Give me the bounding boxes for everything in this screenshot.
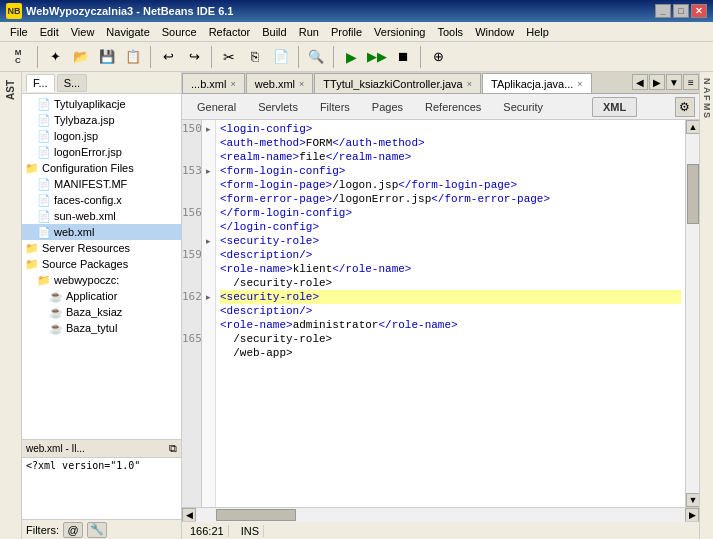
horizontal-scrollbar[interactable]: ◀ ▶ bbox=[182, 507, 699, 521]
fold-marker-3[interactable]: ▸ bbox=[202, 164, 214, 178]
code-line-9: <description/> bbox=[220, 248, 681, 262]
file-tree-bottom: web.xml - Il... ⧉ <?xml version="1.0" bbox=[22, 439, 181, 519]
run-button[interactable]: ▶ bbox=[339, 45, 363, 69]
stop-button[interactable]: ⏹ bbox=[391, 45, 415, 69]
h-scroll-thumb[interactable] bbox=[216, 509, 296, 521]
tree-item-logon[interactable]: 📄logon.jsp bbox=[22, 128, 181, 144]
tab-close-2[interactable]: × bbox=[467, 79, 472, 89]
tab-close-0[interactable]: × bbox=[230, 79, 235, 89]
rms-label-f: F bbox=[702, 95, 712, 101]
save-button[interactable]: 💾 bbox=[95, 45, 119, 69]
new-button[interactable]: ✦ bbox=[43, 45, 67, 69]
tree-item-srcpkg[interactable]: 📁Source Packages bbox=[22, 256, 181, 272]
code-line-14: <role-name>administrator</role-name> bbox=[220, 318, 681, 332]
editor-tab-2[interactable]: TTytul_ksiazkiController.java× bbox=[314, 73, 481, 93]
toolbar-sep-2 bbox=[150, 46, 151, 68]
code-editor[interactable]: 150153156159162165 ▸▸▸▸ <login-config> <… bbox=[182, 120, 699, 507]
tree-item-webwyp[interactable]: 📁webwypoczc: bbox=[22, 272, 181, 288]
sub-tab-xml[interactable]: XML bbox=[592, 97, 637, 117]
tree-item-baza_ksiaz[interactable]: ☕Baza_ksiaz bbox=[22, 304, 181, 320]
maximize-button[interactable]: □ bbox=[673, 4, 689, 18]
tree-item-serverres[interactable]: 📁Server Resources bbox=[22, 240, 181, 256]
tab-close-1[interactable]: × bbox=[299, 79, 304, 89]
sub-tab-general[interactable]: General bbox=[186, 97, 247, 117]
tree-item-sunweb[interactable]: 📄sun-web.xml bbox=[22, 208, 181, 224]
menu-item-profile[interactable]: Profile bbox=[325, 24, 368, 40]
line-number-150: 150 bbox=[182, 122, 199, 136]
sub-tab-filters[interactable]: Filters bbox=[309, 97, 361, 117]
tree-item-logonerror[interactable]: 📄logonError.jsp bbox=[22, 144, 181, 160]
paste-button[interactable]: 📄 bbox=[269, 45, 293, 69]
editor-tab-1[interactable]: web.xml× bbox=[246, 73, 314, 93]
sub-tab-references[interactable]: References bbox=[414, 97, 492, 117]
line-number-163 bbox=[182, 304, 199, 318]
scroll-thumb[interactable] bbox=[687, 164, 699, 224]
tab-nav-down[interactable]: ▼ bbox=[666, 74, 682, 90]
tree-item-application[interactable]: ☕Applicatior bbox=[22, 288, 181, 304]
tree-label-faces: faces-config.x bbox=[54, 194, 122, 206]
menu-item-source[interactable]: Source bbox=[156, 24, 203, 40]
menu-item-navigate[interactable]: Navigate bbox=[100, 24, 155, 40]
close-button[interactable]: ✕ bbox=[691, 4, 707, 18]
menu-item-tools[interactable]: Tools bbox=[431, 24, 469, 40]
fold-marker-10 bbox=[202, 262, 214, 276]
tree-item-manifest[interactable]: 📄MANIFEST.MF bbox=[22, 176, 181, 192]
cut-button[interactable]: ✂ bbox=[217, 45, 241, 69]
sub-tab-servlets[interactable]: Servlets bbox=[247, 97, 309, 117]
sub-tab-settings-icon[interactable]: ⚙ bbox=[675, 97, 695, 117]
sub-tab-security[interactable]: Security bbox=[492, 97, 554, 117]
menu-item-file[interactable]: File bbox=[4, 24, 34, 40]
scroll-track[interactable] bbox=[686, 134, 699, 493]
open-button[interactable]: 📂 bbox=[69, 45, 93, 69]
panel-tab-files[interactable]: F... bbox=[26, 74, 55, 92]
scroll-up-button[interactable]: ▲ bbox=[686, 120, 699, 134]
save-all-button[interactable]: 📋 bbox=[121, 45, 145, 69]
tree-item-configfiles[interactable]: 📁Configuration Files bbox=[22, 160, 181, 176]
fold-marker-8[interactable]: ▸ bbox=[202, 234, 214, 248]
debug-button[interactable]: ▶▶ bbox=[365, 45, 389, 69]
tree-item-tytulyaplikacje[interactable]: 📄Tytulyaplikacje bbox=[22, 96, 181, 112]
h-scroll-right-button[interactable]: ▶ bbox=[685, 508, 699, 522]
extra-button[interactable]: ⊕ bbox=[426, 45, 450, 69]
mc-button[interactable]: M C bbox=[4, 45, 32, 69]
tree-item-tylybaza[interactable]: 📄Tylybaza.jsp bbox=[22, 112, 181, 128]
tab-nav-left[interactable]: ◀ bbox=[632, 74, 648, 90]
redo-button[interactable]: ↪ bbox=[182, 45, 206, 69]
scroll-down-button[interactable]: ▼ bbox=[686, 493, 699, 507]
menu-item-versioning[interactable]: Versioning bbox=[368, 24, 431, 40]
tab-nav-right[interactable]: ▶ bbox=[649, 74, 665, 90]
filter-tool-button[interactable]: 🔧 bbox=[87, 522, 107, 538]
fold-marker-0[interactable]: ▸ bbox=[202, 122, 214, 136]
menu-item-help[interactable]: Help bbox=[520, 24, 555, 40]
sub-tab-pages[interactable]: Pages bbox=[361, 97, 414, 117]
menu-item-refactor[interactable]: Refactor bbox=[203, 24, 257, 40]
menu-item-view[interactable]: View bbox=[65, 24, 101, 40]
panel-tab-services[interactable]: S... bbox=[57, 74, 88, 92]
find-button[interactable]: 🔍 bbox=[304, 45, 328, 69]
tab-nav-menu[interactable]: ≡ bbox=[683, 74, 699, 90]
menu-item-build[interactable]: Build bbox=[256, 24, 292, 40]
tree-item-webxml[interactable]: 📄web.xml bbox=[22, 224, 181, 240]
filter-at-button[interactable]: @ bbox=[63, 522, 83, 538]
editor-tab-3[interactable]: TAplikacja.java...× bbox=[482, 73, 592, 93]
h-scroll-track[interactable] bbox=[196, 508, 685, 522]
undo-button[interactable]: ↩ bbox=[156, 45, 180, 69]
menu-item-window[interactable]: Window bbox=[469, 24, 520, 40]
tree-item-faces[interactable]: 📄faces-config.x bbox=[22, 192, 181, 208]
vertical-scrollbar[interactable]: ▲ ▼ bbox=[685, 120, 699, 507]
fold-marker-12[interactable]: ▸ bbox=[202, 290, 214, 304]
file-tree[interactable]: 📄Tytulyaplikacje📄Tylybaza.jsp📄logon.jsp📄… bbox=[22, 94, 181, 439]
minimize-button[interactable]: _ bbox=[655, 4, 671, 18]
menu-item-run[interactable]: Run bbox=[293, 24, 325, 40]
code-content[interactable]: <login-config> <auth-method>FORM</auth-m… bbox=[216, 120, 685, 507]
tab-close-3[interactable]: × bbox=[577, 79, 582, 89]
h-scroll-left-button[interactable]: ◀ bbox=[182, 508, 196, 522]
fib-header: web.xml - Il... ⧉ bbox=[22, 440, 181, 458]
menu-item-edit[interactable]: Edit bbox=[34, 24, 65, 40]
tree-item-baza_tytul[interactable]: ☕Baza_tytul bbox=[22, 320, 181, 336]
copy-button[interactable]: ⎘ bbox=[243, 45, 267, 69]
editor-tab-0[interactable]: ...b.xml× bbox=[182, 73, 245, 93]
line-numbers: 150153156159162165 bbox=[182, 120, 202, 507]
line-number-152 bbox=[182, 150, 199, 164]
code-line-12: <security-role> bbox=[220, 290, 681, 304]
